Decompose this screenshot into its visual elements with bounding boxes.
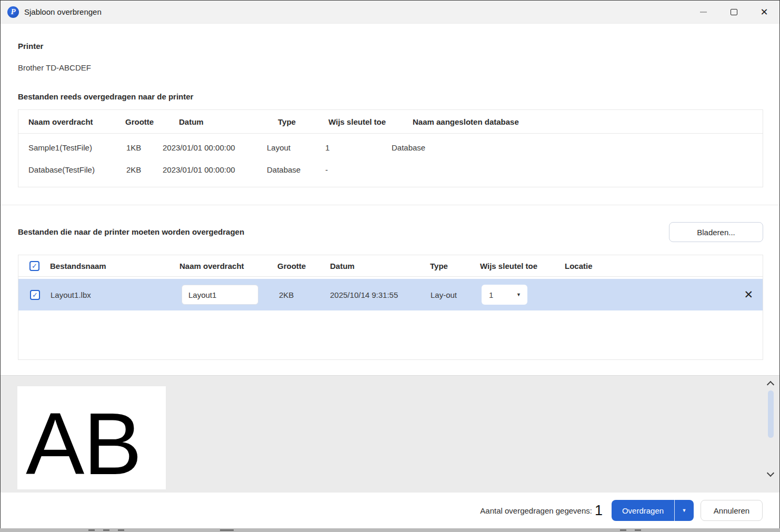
printer-name: Brother TD-ABCDEF (18, 63, 91, 72)
key-assign-dropdown[interactable]: 1 ▼ (482, 285, 527, 305)
background-artifact (118, 529, 124, 531)
section-divider (1, 205, 779, 205)
check-icon: ✓ (32, 292, 38, 298)
minimize-button[interactable] (688, 1, 718, 23)
to-transfer-files-table: ✓ Bestandsnaam Naam overdracht Grootte D… (18, 255, 763, 360)
cell-date: 2023/01/01 00:00:00 (163, 136, 235, 158)
browse-button[interactable]: Bladeren... (669, 222, 763, 242)
column-header-filename: Bestandsnaam (50, 255, 106, 276)
label-preview: AB (17, 386, 166, 489)
remove-file-button[interactable]: ✕ (744, 279, 753, 310)
footer-bar: Aantal overgedragen gegevens: 1 Overdrag… (1, 493, 779, 528)
window-title: Sjabloon overbrengen (24, 7, 102, 16)
cell-size: 2KB (126, 158, 141, 180)
printer-label: Printer (18, 42, 43, 51)
cell-key: 1 (325, 136, 329, 158)
check-icon: ✓ (32, 263, 37, 269)
cell-size: 2KB (279, 279, 294, 310)
column-header-transfer-name: Naam overdracht (179, 255, 244, 276)
chevron-down-icon: ▼ (682, 508, 687, 513)
transfer-button[interactable]: Overdragen (612, 500, 674, 521)
column-header-database: Naam aangesloten database (413, 110, 519, 133)
select-all-checkbox[interactable]: ✓ (29, 255, 39, 276)
cell-key: - (325, 158, 328, 180)
column-header-transfer-name: Naam overdracht (28, 110, 93, 133)
preview-scrollbar[interactable] (763, 376, 778, 493)
column-header-date: Datum (179, 110, 204, 133)
table-row[interactable]: Sample1(TestFile) 1KB 2023/01/01 00:00:0… (18, 136, 763, 158)
cancel-button[interactable]: Annuleren (701, 500, 763, 521)
selected-file-row[interactable]: ✓ Layout1.lbx 2KB 2025/10/14 9:31:55 Lay… (18, 279, 763, 310)
cell-type: Layout (267, 136, 291, 158)
scroll-up-icon[interactable] (767, 381, 774, 388)
to-transfer-table-header: ✓ Bestandsnaam Naam overdracht Grootte D… (18, 255, 763, 277)
transfer-count-label: Aantal overgedragen gegevens: (480, 506, 592, 515)
background-artifact (635, 529, 641, 531)
column-header-date: Datum (330, 255, 355, 276)
column-header-location: Locatie (565, 255, 593, 276)
table-row[interactable]: Database(TestFile) 2KB 2023/01/01 00:00:… (18, 158, 763, 180)
transferred-files-table: Naam overdracht Grootte Datum Type Wijs … (18, 109, 763, 187)
window-controls: ✕ (688, 1, 779, 23)
transfer-options-button[interactable]: ▼ (674, 500, 694, 521)
cell-type: Lay-out (431, 279, 457, 310)
close-button[interactable]: ✕ (749, 1, 779, 23)
transfer-dialog: P Sjabloon overbrengen ✕ Printer Brother… (0, 0, 780, 528)
cell-size: 1KB (126, 136, 141, 158)
transfer-split-button: Overdragen ▼ (612, 500, 694, 521)
column-header-key: Wijs sleutel toe (328, 110, 386, 133)
column-header-type: Type (430, 255, 448, 276)
transferred-table-header: Naam overdracht Grootte Datum Type Wijs … (18, 110, 763, 134)
background-artifact (103, 529, 109, 531)
remove-icon: ✕ (744, 288, 753, 301)
preview-pane: AB (1, 375, 779, 493)
transferred-section-title: Bestanden reeds overgedragen naar de pri… (18, 92, 193, 101)
cell-transfer-name: Database(TestFile) (28, 158, 95, 180)
transfer-count-value: 1 (595, 503, 603, 519)
label-preview-text: AB (26, 400, 141, 488)
background-artifact (88, 529, 95, 531)
background-artifact (220, 529, 234, 531)
cell-date: 2025/10/14 9:31:55 (330, 279, 398, 310)
to-transfer-section-title: Bestanden die naar de printer moeten wor… (18, 227, 244, 236)
background-artifact (620, 529, 626, 531)
cell-transfer-name: Sample1(TestFile) (28, 136, 92, 158)
close-icon: ✕ (760, 7, 768, 17)
transfer-name-input[interactable] (182, 285, 258, 305)
column-header-size: Grootte (125, 110, 154, 133)
minimize-icon (700, 12, 707, 13)
scroll-down-icon[interactable] (767, 469, 774, 477)
screen: P Sjabloon overbrengen ✕ Printer Brother… (0, 0, 780, 532)
background-window-edge (0, 528, 780, 532)
maximize-icon (731, 9, 737, 15)
file-checkbox[interactable]: ✓ (30, 279, 40, 310)
cell-type: Database (267, 158, 301, 180)
title-bar: P Sjabloon overbrengen ✕ (1, 1, 779, 24)
cell-database: Database (392, 136, 425, 158)
cell-date: 2023/01/01 00:00:00 (163, 158, 235, 180)
column-header-key: Wijs sleutel toe (480, 255, 537, 276)
maximize-button[interactable] (718, 1, 749, 23)
column-header-type: Type (278, 110, 296, 133)
ptouch-app-icon: P (7, 6, 19, 18)
key-assign-value: 1 (489, 290, 493, 299)
chevron-down-icon: ▼ (516, 292, 521, 297)
column-header-size: Grootte (277, 255, 306, 276)
cell-filename: Layout1.lbx (51, 279, 91, 310)
scrollbar-thumb[interactable] (768, 390, 774, 438)
